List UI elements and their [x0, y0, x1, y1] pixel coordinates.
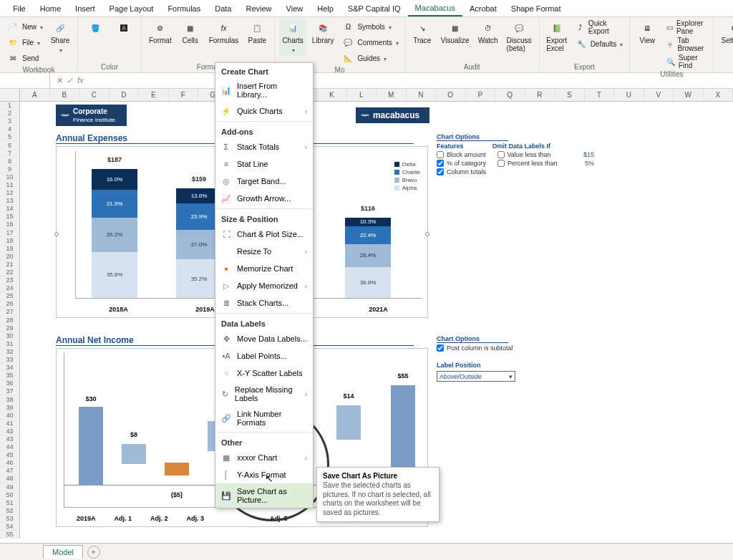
- menu-help[interactable]: Help: [310, 1, 341, 16]
- menu-review[interactable]: Review: [238, 1, 278, 16]
- row-17[interactable]: 17: [0, 229, 19, 237]
- row-21[interactable]: 21: [0, 261, 19, 269]
- col-L[interactable]: L: [347, 89, 377, 101]
- row-55[interactable]: 55: [0, 531, 19, 539]
- chk-block-amount[interactable]: [437, 151, 444, 158]
- view-button[interactable]: 🖥View: [634, 19, 660, 47]
- col-C[interactable]: C: [79, 89, 110, 101]
- row-43[interactable]: 43: [0, 435, 19, 443]
- row-35[interactable]: 35: [0, 372, 19, 380]
- fontcolor-button[interactable]: 🅰: [111, 19, 137, 37]
- trace-button[interactable]: ↘Trace: [409, 19, 435, 47]
- row-11[interactable]: 11: [0, 181, 19, 189]
- menu-file[interactable]: File: [6, 1, 33, 16]
- symbols-button[interactable]: ΩSymbols: [339, 19, 399, 34]
- file-button[interactable]: 📁File: [4, 34, 44, 50]
- menu-capitaliq[interactable]: S&P Capital IQ: [341, 1, 408, 16]
- row-8[interactable]: 8: [0, 158, 19, 165]
- menu-data[interactable]: Data: [208, 1, 238, 16]
- chk-column-totals[interactable]: [437, 168, 444, 175]
- menu-item[interactable]: │Y-Axis Format: [215, 466, 313, 483]
- guides-button[interactable]: 📐Guides: [339, 50, 399, 66]
- watch-button[interactable]: ⏱Watch: [475, 19, 501, 47]
- menu-item[interactable]: ▦xxxor Chart›: [215, 449, 313, 466]
- row-34[interactable]: 34: [0, 364, 19, 372]
- row-23[interactable]: 23: [0, 276, 19, 284]
- row-5[interactable]: 5: [0, 133, 19, 141]
- col-P[interactable]: P: [466, 89, 496, 101]
- menu-item[interactable]: ΣStack Totals›: [215, 138, 313, 155]
- col-K[interactable]: K: [317, 89, 347, 101]
- menu-view[interactable]: View: [279, 1, 311, 16]
- col-X[interactable]: X: [704, 89, 734, 101]
- col-D[interactable]: D: [110, 89, 140, 101]
- fx-icon[interactable]: fx: [77, 76, 84, 85]
- library-button[interactable]: 📚Library: [309, 19, 337, 47]
- explorer-button[interactable]: ▭Explorer Pane: [663, 19, 709, 36]
- row-1[interactable]: 1: [0, 102, 19, 110]
- row-39[interactable]: 39: [0, 404, 19, 412]
- row-24[interactable]: 24: [0, 284, 19, 292]
- exportexcel-button[interactable]: 📗Export Excel: [544, 19, 570, 54]
- row-51[interactable]: 51: [0, 499, 19, 507]
- row-13[interactable]: 13: [0, 197, 19, 205]
- menu-item[interactable]: 🔗Link Number Formats: [215, 406, 313, 430]
- menu-item[interactable]: ●Memorize Chart: [215, 260, 313, 277]
- menu-item[interactable]: Resize To›: [215, 243, 313, 260]
- row-52[interactable]: 52: [0, 507, 19, 515]
- sheet-tab-model[interactable]: Model: [43, 545, 83, 559]
- row-37[interactable]: 37: [0, 387, 19, 395]
- row-48[interactable]: 48: [0, 475, 19, 483]
- col-Q[interactable]: Q: [495, 89, 525, 101]
- menu-item[interactable]: 📊Insert From Library...: [215, 78, 313, 102]
- row-31[interactable]: 31: [0, 340, 19, 348]
- row-12[interactable]: 12: [0, 189, 19, 197]
- row-50[interactable]: 50: [0, 491, 19, 499]
- row-10[interactable]: 10: [0, 173, 19, 181]
- format-button[interactable]: ⚙Format: [146, 19, 175, 47]
- chk-value-less[interactable]: [497, 151, 505, 158]
- row-44[interactable]: 44: [0, 443, 19, 451]
- menu-item[interactable]: 💾Save Chart as Picture...: [215, 483, 313, 508]
- menu-item[interactable]: ▷Apply Memorized›: [215, 277, 313, 294]
- row-45[interactable]: 45: [0, 451, 19, 459]
- row-53[interactable]: 53: [0, 515, 19, 523]
- add-sheet-button[interactable]: ＋: [87, 546, 100, 559]
- paste-button[interactable]: 📋Paste: [244, 19, 270, 47]
- menu-formulas[interactable]: Formulas: [160, 1, 208, 16]
- col-O[interactable]: O: [436, 89, 466, 101]
- name-box[interactable]: [0, 73, 50, 88]
- row-32[interactable]: 32: [0, 348, 19, 356]
- row-54[interactable]: 54: [0, 523, 19, 531]
- discuss-button[interactable]: 💬Discuss (beta): [504, 19, 535, 54]
- menu-item[interactable]: ✥Move Data Labels...: [215, 330, 313, 347]
- row-4[interactable]: 4: [0, 125, 19, 133]
- col-A[interactable]: A: [20, 89, 50, 101]
- row-14[interactable]: 14: [0, 205, 19, 213]
- row-36[interactable]: 36: [0, 380, 19, 387]
- menu-home[interactable]: Home: [33, 1, 68, 16]
- col-B[interactable]: B: [50, 89, 80, 101]
- visualize-button[interactable]: ▦Visualize: [438, 19, 472, 47]
- formulas-button[interactable]: fxFormulas: [206, 19, 242, 47]
- col-N[interactable]: N: [407, 89, 437, 101]
- row-40[interactable]: 40: [0, 412, 19, 420]
- menu-item[interactable]: ⚡Quick Charts›: [215, 102, 313, 120]
- menu-item[interactable]: •ALabel Points...: [215, 347, 313, 365]
- tabbrowser-button[interactable]: ⑂Tab Browser: [663, 36, 709, 53]
- col-R[interactable]: R: [525, 89, 555, 101]
- select-all-corner[interactable]: [0, 89, 20, 101]
- row-41[interactable]: 41: [0, 420, 19, 428]
- send-button[interactable]: ✉Send: [4, 50, 44, 66]
- col-U[interactable]: U: [614, 89, 644, 101]
- menu-macabacus[interactable]: Macabacus: [408, 1, 462, 16]
- col-F[interactable]: F: [169, 89, 199, 101]
- fillcolor-button[interactable]: 🪣: [82, 19, 108, 37]
- row-16[interactable]: 16: [0, 221, 19, 228]
- col-S[interactable]: S: [555, 89, 585, 101]
- menu-item[interactable]: ⛶Chart & Plot Size...: [215, 226, 313, 243]
- column-headers[interactable]: A B C D E F G H I J K L M N O P Q R S T …: [0, 89, 733, 102]
- row-15[interactable]: 15: [0, 213, 19, 221]
- new-button[interactable]: 📄New: [4, 19, 44, 34]
- row-28[interactable]: 28: [0, 317, 19, 324]
